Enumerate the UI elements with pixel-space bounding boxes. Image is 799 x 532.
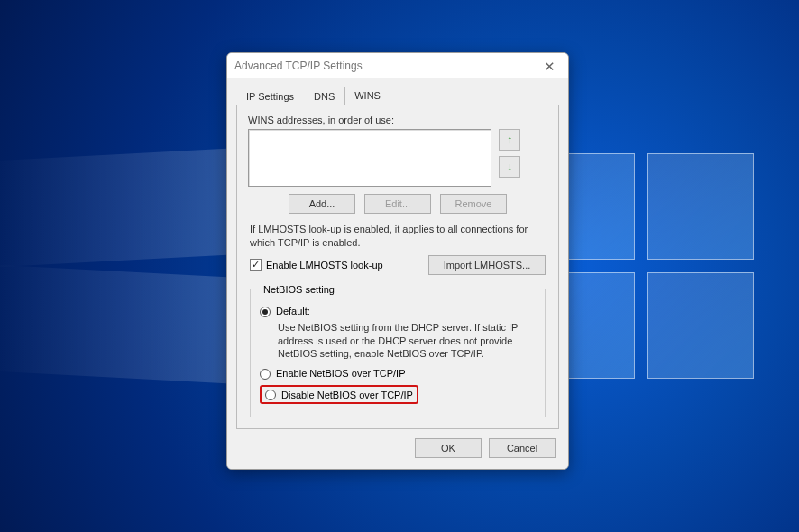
tab-ip-settings[interactable]: IP Settings (236, 87, 304, 105)
radio-icon (265, 390, 276, 400)
arrow-up-icon: ↑ (507, 133, 512, 146)
arrow-down-icon: ↓ (507, 161, 512, 173)
radio-enable-netbios[interactable]: Enable NetBIOS over TCP/IP (260, 368, 536, 380)
add-button[interactable]: Add... (289, 194, 355, 214)
wins-addresses-listbox[interactable] (248, 129, 491, 187)
edit-button[interactable]: Edit... (364, 194, 431, 214)
tab-wins[interactable]: WINS (344, 87, 390, 105)
wins-addresses-label: WINS addresses, in order of use: (248, 115, 547, 125)
netbios-legend: NetBIOS setting (260, 284, 338, 295)
move-down-button[interactable]: ↓ (499, 156, 520, 178)
radio-default-label: Default: (276, 306, 310, 316)
wins-panel: WINS addresses, in order of use: ↑ ↓ Add… (236, 105, 559, 429)
close-icon[interactable]: ✕ (538, 60, 561, 73)
advanced-tcpip-dialog: Advanced TCP/IP Settings ✕ IP Settings D… (226, 52, 569, 470)
tab-dns[interactable]: DNS (304, 87, 344, 105)
checkbox-icon: ✓ (250, 259, 262, 271)
ok-button[interactable]: OK (415, 438, 482, 458)
lmhosts-note: If LMHOSTS look-up is enabled, it applie… (250, 223, 546, 250)
radio-default-desc: Use NetBIOS setting from the DHCP server… (278, 321, 536, 362)
tab-strip: IP Settings DNS WINS (236, 86, 559, 105)
remove-button[interactable]: Remove (440, 194, 507, 214)
window-title: Advanced TCP/IP Settings (234, 60, 363, 72)
enable-lmhosts-checkbox[interactable]: ✓ Enable LMHOSTS look-up (250, 259, 383, 271)
titlebar: Advanced TCP/IP Settings ✕ (227, 53, 568, 78)
radio-default[interactable]: Default: (260, 306, 536, 317)
enable-lmhosts-label: Enable LMHOSTS look-up (266, 260, 383, 271)
radio-enable-label: Enable NetBIOS over TCP/IP (276, 368, 405, 379)
import-lmhosts-button[interactable]: Import LMHOSTS... (428, 255, 546, 275)
radio-disable-label: Disable NetBIOS over TCP/IP (281, 390, 413, 400)
netbios-fieldset: NetBIOS setting Default: Use NetBIOS set… (250, 284, 546, 418)
radio-icon (260, 369, 271, 380)
cancel-button[interactable]: Cancel (489, 438, 556, 458)
move-up-button[interactable]: ↑ (499, 129, 520, 151)
radio-disable-netbios[interactable]: Disable NetBIOS over TCP/IP (260, 385, 418, 404)
radio-icon (260, 307, 271, 317)
